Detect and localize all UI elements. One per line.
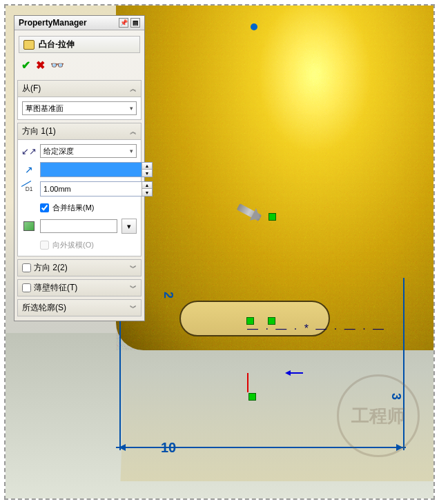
depth-field[interactable]: ▲▼ [40,181,153,196]
thin-enable-checkbox[interactable] [22,283,31,292]
section-from-label: 从(F) [22,83,41,94]
draft-outward-label: 向外拔模(O) [52,240,94,250]
merge-result-checkbox[interactable]: 合并结果(M) [40,203,95,213]
pm-feature-name: 凸台-拉伸 [39,39,75,50]
direction-vector-input[interactable] [41,163,142,177]
pm-title-text: PropertyManager [19,18,87,28]
section-dir1-header[interactable]: 方向 1(1) ︽ [17,123,142,140]
section-from-body: 草图基准面 [17,97,142,120]
extrude-icon [23,40,35,50]
section-dir1-label: 方向 1(1) [22,125,56,137]
draft-menu-button[interactable]: ▾ [121,219,137,234]
draft-angle-field[interactable] [40,219,117,233]
cancel-button[interactable]: ✖ [36,59,45,72]
sketch-handle[interactable] [269,213,276,221]
dir2-enable-checkbox[interactable] [22,263,31,272]
chevron-down-icon: ︾ [130,263,137,273]
pm-options-icon[interactable]: ▤ [130,18,140,28]
section-thin-header[interactable]: 薄壁特征(T) ︾ [17,279,142,296]
stepper-down[interactable]: ▼ [142,189,152,196]
chevron-up-icon: ︽ [130,127,137,137]
draft-icon[interactable] [22,219,36,233]
depth-input[interactable] [41,182,142,196]
dim-left-value[interactable]: 2 [161,292,175,299]
merge-result-label: 合并结果(M) [52,203,95,213]
draft-outward-checkbox: 向外拔模(O) [40,240,94,250]
sketch-handle[interactable] [248,393,256,401]
section-contours-header[interactable]: 所选轮廓(S) ︾ [17,299,142,316]
direction-vector-field[interactable]: ▲▼ [40,162,153,177]
section-dir1-body: ↙↗ 给定深度 ↗ ▲▼ D1 ▲▼ [17,140,142,256]
ok-button[interactable]: ✔ [21,59,30,72]
direction-vector-icon[interactable]: ↗ [22,163,36,177]
stepper-up[interactable]: ▲ [142,182,152,189]
section-thin-label: 薄壁特征(T) [34,282,77,294]
stepper-down[interactable]: ▼ [142,170,152,177]
from-dropdown[interactable]: 草图基准面 [22,101,137,115]
draft-outward-input [40,241,49,250]
section-dir2-label: 方向 2(2) [34,262,68,274]
property-manager-panel: PropertyManager 📌 ▤ 凸台-拉伸 ✔ ✖ 👓 从(F) ︽ [14,15,145,321]
triad-axis-blue [286,372,303,374]
sketch-centerline: — · — · * — · — · — [247,323,386,335]
chevron-down-icon: ︾ [130,283,137,293]
section-contours-label: 所选轮廓(S) [22,302,66,314]
viewport: — · — · * — · — · — 10 2 3 工程师 PropertyM… [4,4,435,500]
pm-feature-header: 凸台-拉伸 [19,36,140,53]
chevron-down-icon: ︾ [130,303,137,313]
stepper-up[interactable]: ▲ [142,163,152,170]
merge-result-input[interactable] [40,203,49,212]
end-condition-dropdown[interactable]: 给定深度 [40,144,137,158]
reverse-direction-icon[interactable]: ↙↗ [22,144,36,158]
depth-icon: D1 [22,182,36,196]
pm-title-bar: PropertyManager 📌 ▤ [14,16,144,30]
end-condition-value: 给定深度 [43,146,74,157]
pm-action-row: ✔ ✖ 👓 [14,56,144,77]
section-from-header[interactable]: 从(F) ︽ [17,80,142,97]
triad-axis-red [247,373,248,392]
dim-width-value[interactable]: 10 [161,440,176,456]
detailed-preview-button[interactable]: 👓 [50,59,63,72]
chevron-up-icon: ︽ [130,84,137,94]
watermark: 工程师 [337,374,420,457]
origin-point-top[interactable] [251,23,257,30]
from-dropdown-value: 草图基准面 [26,103,64,114]
section-dir2-header[interactable]: 方向 2(2) ︾ [17,259,142,276]
pm-pin-icon[interactable]: 📌 [119,18,128,28]
